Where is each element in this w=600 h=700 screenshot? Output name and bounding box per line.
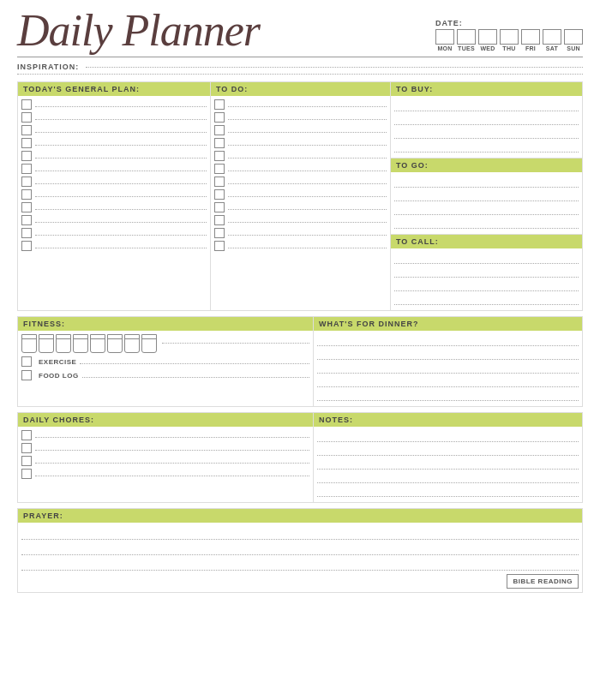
day-box-thu[interactable] xyxy=(500,29,519,45)
fitness-label: FITNESS: xyxy=(18,317,313,331)
day-label-wed: WED xyxy=(480,45,495,51)
list-item xyxy=(394,141,579,153)
checkbox[interactable] xyxy=(21,164,32,174)
to-go-section: TO GO: xyxy=(391,159,582,235)
water-cups xyxy=(21,334,309,353)
page-title: Daily Planner xyxy=(17,9,260,53)
day-col-sat: SAT xyxy=(543,29,561,51)
list-item xyxy=(21,125,207,135)
checkbox[interactable] xyxy=(21,125,32,135)
list-item xyxy=(21,202,207,212)
to-buy-lines xyxy=(391,96,582,158)
list-item xyxy=(214,176,387,187)
water-cup-4[interactable] xyxy=(73,334,88,353)
list-item xyxy=(21,228,207,238)
bible-reading-label: BIBLE READING xyxy=(513,577,573,585)
inspiration-row: INSPIRATION: xyxy=(17,63,583,75)
day-col-sun: SUN xyxy=(564,29,583,51)
day-box-mon[interactable] xyxy=(435,29,454,45)
checkbox[interactable] xyxy=(214,151,225,161)
list-item xyxy=(21,189,207,200)
water-cup-7[interactable] xyxy=(124,334,140,353)
checkbox[interactable] xyxy=(21,112,32,123)
list-item xyxy=(21,430,309,440)
col-todo-header: TO DO: xyxy=(211,82,391,96)
checkbox[interactable] xyxy=(21,456,32,466)
list-item xyxy=(214,215,387,225)
checkbox[interactable] xyxy=(214,138,225,148)
checkbox[interactable] xyxy=(21,241,32,251)
col-tobuy-header: TO BUY: xyxy=(391,82,582,96)
checkbox[interactable] xyxy=(214,112,225,123)
day-box-wed[interactable] xyxy=(478,29,497,45)
right-sections-col: TO GO: TO CALL: xyxy=(391,96,582,310)
dinner-label: WHAT'S FOR DINNER? xyxy=(314,317,582,331)
bible-row: BIBLE READING xyxy=(21,572,579,589)
list-item xyxy=(21,164,207,174)
page-header: Daily Planner DATE: MON TUES WED THU FRI xyxy=(17,9,583,57)
day-box-tues[interactable] xyxy=(457,29,476,45)
checkbox[interactable] xyxy=(214,125,225,135)
list-item xyxy=(394,127,579,139)
general-plan-label: TODAY'S GENERAL PLAN: xyxy=(18,82,210,96)
water-cup-3[interactable] xyxy=(56,334,71,353)
water-cup-2[interactable] xyxy=(39,334,54,353)
day-label-fri: FRI xyxy=(525,45,536,51)
water-cup-8[interactable] xyxy=(141,334,157,353)
day-boxes: MON TUES WED THU FRI SAT xyxy=(435,29,583,51)
list-item xyxy=(317,444,579,456)
checkbox[interactable] xyxy=(21,189,32,200)
checkbox[interactable] xyxy=(214,215,225,225)
checkbox[interactable] xyxy=(214,241,225,251)
checkbox[interactable] xyxy=(21,215,32,225)
chores-label: DAILY CHORES: xyxy=(18,413,313,427)
list-item xyxy=(214,202,387,212)
day-label-tues: TUES xyxy=(458,45,475,51)
day-label-sat: SAT xyxy=(546,45,558,51)
checkbox[interactable] xyxy=(21,202,32,212)
checkbox[interactable] xyxy=(21,430,32,440)
checkbox[interactable] xyxy=(214,202,225,212)
chores-notes-section: DAILY CHORES: NOTES: xyxy=(17,412,583,503)
chores-col: DAILY CHORES: xyxy=(17,412,313,503)
day-col-thu: THU xyxy=(500,29,519,51)
checkbox[interactable] xyxy=(21,138,32,148)
day-col-tues: TUES xyxy=(457,29,476,51)
water-cup-1[interactable] xyxy=(21,334,37,353)
list-item xyxy=(214,189,387,200)
checkbox[interactable] xyxy=(214,228,225,238)
dinner-col: WHAT'S FOR DINNER? xyxy=(314,317,582,406)
list-item xyxy=(394,217,579,229)
chores-rows xyxy=(18,427,313,490)
checkbox[interactable] xyxy=(21,469,32,479)
todo-rows xyxy=(211,96,390,257)
inspiration-line xyxy=(86,67,583,68)
checkbox[interactable] xyxy=(21,443,32,453)
checkbox[interactable] xyxy=(21,99,32,110)
list-item xyxy=(214,164,387,174)
checkbox[interactable] xyxy=(21,176,32,187)
prayer-lines: BIBLE READING xyxy=(18,523,582,592)
checkbox[interactable] xyxy=(214,99,225,110)
checkbox[interactable] xyxy=(21,151,32,161)
bible-reading-box[interactable]: BIBLE READING xyxy=(507,574,579,589)
fitness-checks: EXERCISE FOOD LOG xyxy=(21,356,309,380)
checkbox[interactable] xyxy=(214,189,225,200)
checkbox[interactable] xyxy=(21,228,32,238)
day-box-sun[interactable] xyxy=(564,29,583,45)
checkbox[interactable] xyxy=(214,176,225,187)
day-box-fri[interactable] xyxy=(521,29,540,45)
water-cup-5[interactable] xyxy=(90,334,105,353)
checkbox[interactable] xyxy=(214,164,225,174)
day-label-mon: MON xyxy=(437,45,452,51)
day-box-sat[interactable] xyxy=(543,29,561,45)
water-cup-6[interactable] xyxy=(107,334,123,353)
list-item xyxy=(394,176,579,188)
list-item xyxy=(394,203,579,215)
day-col-mon: MON xyxy=(435,29,454,51)
list-item xyxy=(317,389,579,401)
food-log-checkbox[interactable] xyxy=(21,370,32,380)
exercise-checkbox[interactable] xyxy=(21,356,32,367)
col-general-plan-header: TODAY'S GENERAL PLAN: xyxy=(18,82,211,96)
list-item xyxy=(21,469,309,479)
